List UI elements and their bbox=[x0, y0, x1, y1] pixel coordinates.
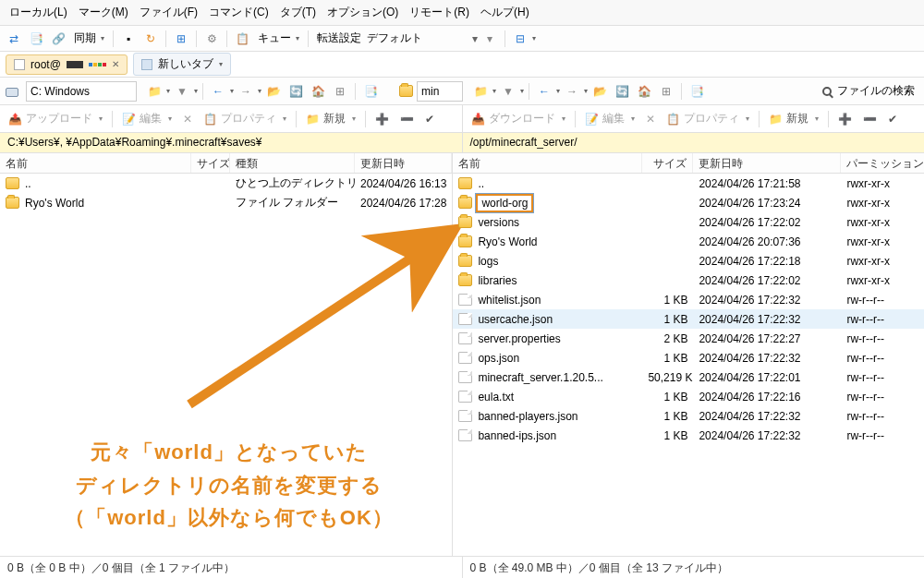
drive-icon bbox=[6, 88, 18, 97]
transfer-settings-icon[interactable]: ▾ bbox=[480, 29, 500, 49]
local-fwd-icon[interactable]: → bbox=[236, 81, 256, 102]
local-sync-icon[interactable]: 📑 bbox=[360, 81, 381, 102]
sync-button[interactable]: 同期 bbox=[70, 29, 108, 48]
remote-dir-combo[interactable]: min bbox=[397, 81, 465, 102]
props-remote-button[interactable]: 📋 プロパティ bbox=[662, 109, 754, 128]
edit-remote-button[interactable]: 📝 編集 bbox=[580, 109, 639, 128]
local-refresh-icon[interactable]: 🔄 bbox=[286, 81, 306, 102]
plus-remote-icon[interactable]: ➕ bbox=[833, 111, 857, 127]
search-box[interactable]: ファイルの検索 bbox=[817, 83, 920, 99]
remote-tree-icon[interactable]: ⊞ bbox=[656, 81, 676, 102]
local-pane: 名前 サイズ 種類 更新日時 ..ひとつ上のディレクトリ2024/04/26 1… bbox=[0, 153, 453, 556]
local-filter-icon[interactable]: ▼ bbox=[172, 81, 192, 102]
minus-remote-icon[interactable]: ➖ bbox=[858, 111, 881, 127]
menu-option[interactable]: オプション(O) bbox=[322, 3, 404, 22]
list-item[interactable]: banned-players.json1 KB2024/04/26 17:22:… bbox=[453, 406, 924, 426]
list-item[interactable]: eula.txt1 KB2024/04/26 17:22:16rw-r--r-- bbox=[453, 387, 924, 406]
list-item[interactable]: ops.json1 KB2024/04/26 17:22:32rw-r--r-- bbox=[453, 348, 924, 367]
col-name[interactable]: 名前 bbox=[0, 153, 191, 173]
menu-local[interactable]: ローカル(L) bbox=[4, 3, 73, 22]
local-drive-combo[interactable]: C: Windows bbox=[4, 81, 139, 102]
remote-header[interactable]: 名前 サイズ 更新日時 パーミッション bbox=[453, 153, 924, 174]
new-remote-button[interactable]: 📁 新規 bbox=[764, 109, 823, 128]
panes: 名前 サイズ 種類 更新日時 ..ひとつ上のディレクトリ2024/04/26 1… bbox=[0, 153, 924, 556]
session-tab[interactable]: root@ ✕ bbox=[6, 54, 128, 75]
list-item[interactable]: minecraft_server.1.20.5...50,219 KB2024/… bbox=[453, 367, 924, 387]
local-path[interactable]: C:¥Users¥, ¥AppData¥Roaming¥.minecraft¥s… bbox=[0, 133, 463, 153]
local-open-icon[interactable]: 📁 bbox=[144, 81, 164, 102]
col-perm[interactable]: パーミッション bbox=[841, 153, 924, 173]
close-tab-icon[interactable]: ✕ bbox=[112, 59, 119, 69]
check-remote-icon[interactable]: ✔ bbox=[883, 111, 902, 127]
props-local-button[interactable]: 📋 プロパティ bbox=[199, 109, 291, 128]
edit-local-button[interactable]: 📝 編集 bbox=[117, 109, 176, 128]
remote-pane: 名前 サイズ 更新日時 パーミッション ..2024/04/26 17:21:5… bbox=[453, 153, 924, 556]
check-local-icon[interactable]: ✔ bbox=[420, 111, 439, 127]
col-date[interactable]: 更新日時 bbox=[693, 153, 841, 173]
local-back-icon[interactable]: ← bbox=[208, 81, 228, 102]
remote-path[interactable]: /opt/minecraft_server/ bbox=[463, 133, 925, 153]
list-item[interactable]: usercache.json1 KB2024/04/26 17:22:32rw-… bbox=[453, 309, 924, 329]
local-header[interactable]: 名前 サイズ 種類 更新日時 bbox=[0, 153, 452, 174]
plus-local-icon[interactable]: ➕ bbox=[371, 111, 394, 127]
rename-input[interactable]: world-org bbox=[476, 194, 533, 212]
sync-browse-icon[interactable]: 🔗 bbox=[48, 29, 68, 49]
refresh-icon[interactable]: ↻ bbox=[140, 29, 161, 49]
queue-icon[interactable]: 📋 bbox=[232, 29, 252, 49]
list-item[interactable]: server.properties2 KB2024/04/26 17:22:27… bbox=[453, 329, 924, 348]
remote-home-icon[interactable]: 🏠 bbox=[634, 81, 654, 102]
list-item[interactable]: logs2024/04/26 17:22:18rwxr-xr-x bbox=[453, 251, 924, 271]
upload-button[interactable]: 📤 アップロード bbox=[4, 109, 107, 128]
col-name[interactable]: 名前 bbox=[453, 153, 642, 173]
local-tree-icon[interactable]: ⊞ bbox=[330, 81, 350, 102]
menu-mark[interactable]: マーク(M) bbox=[73, 3, 134, 22]
remote-back-icon[interactable]: ← bbox=[534, 81, 554, 102]
remote-list[interactable]: ..2024/04/26 17:21:58rwxr-xr-xworld-org2… bbox=[453, 174, 924, 556]
remote-refresh-icon[interactable]: 🔄 bbox=[612, 81, 632, 102]
menu-tab[interactable]: タブ(T) bbox=[274, 3, 322, 22]
list-item[interactable]: Ryo's World2024/04/26 20:07:36rwxr-xr-x bbox=[453, 232, 924, 251]
remote-filter-icon[interactable]: ▼ bbox=[498, 81, 518, 102]
remote-fwd-icon[interactable]: → bbox=[562, 81, 582, 102]
remote-open-icon[interactable]: 📁 bbox=[470, 81, 491, 102]
list-item[interactable]: ..2024/04/26 17:21:58rwxr-xr-x bbox=[453, 174, 924, 193]
item-name: usercache.json bbox=[478, 313, 553, 326]
list-item[interactable]: whitelist.json1 KB2024/04/26 17:22:32rw-… bbox=[453, 290, 924, 309]
list-item[interactable]: Ryo's Worldファイル フォルダー2024/04/26 17:28 bbox=[0, 193, 452, 212]
local-up-icon[interactable]: 📂 bbox=[263, 81, 284, 102]
new-local-button[interactable]: 📁 新規 bbox=[301, 109, 360, 128]
minus-local-icon[interactable]: ➖ bbox=[395, 111, 419, 127]
terminal-icon[interactable]: ▪ bbox=[118, 29, 139, 49]
remote-sync-icon[interactable]: 📑 bbox=[687, 81, 707, 102]
folder-icon bbox=[458, 197, 472, 209]
misc-icon[interactable]: ⊟ bbox=[510, 29, 530, 49]
download-button[interactable]: 📥 ダウンロード bbox=[467, 109, 570, 128]
menu-file[interactable]: ファイル(F) bbox=[134, 3, 203, 22]
transfer-icon[interactable]: ⇄ bbox=[4, 29, 24, 49]
gear-icon[interactable]: ⚙ bbox=[201, 29, 222, 49]
list-item[interactable]: banned-ips.json1 KB2024/04/26 17:22:32rw… bbox=[453, 426, 924, 445]
col-date[interactable]: 更新日時 bbox=[355, 153, 452, 173]
menu-help[interactable]: ヘルプ(H) bbox=[475, 3, 535, 22]
list-item[interactable]: ..ひとつ上のディレクトリ2024/04/26 16:13 bbox=[0, 174, 452, 193]
toggle-icon[interactable]: ⊞ bbox=[171, 29, 191, 49]
col-size[interactable]: サイズ bbox=[191, 153, 230, 173]
file-icon bbox=[458, 391, 472, 403]
new-tab[interactable]: 新しいタブ ▾ bbox=[133, 53, 231, 76]
col-size[interactable]: サイズ bbox=[642, 153, 693, 173]
list-item[interactable]: versions2024/04/26 17:22:02rwxr-xr-x bbox=[453, 212, 924, 232]
queue-button[interactable]: キュー bbox=[254, 29, 303, 48]
delete-local-icon[interactable]: ✕ bbox=[178, 111, 197, 127]
list-item[interactable]: libraries2024/04/26 17:22:02rwxr-xr-x bbox=[453, 271, 924, 290]
local-status: 0 B（全 0 B 中）／0 個目（全 1 ファイル中） bbox=[0, 557, 463, 578]
col-kind[interactable]: 種類 bbox=[230, 153, 355, 173]
compare-icon[interactable]: 📑 bbox=[26, 29, 46, 49]
newtab-icon bbox=[141, 59, 152, 70]
delete-remote-icon[interactable]: ✕ bbox=[641, 111, 660, 127]
menu-command[interactable]: コマンド(C) bbox=[203, 3, 274, 22]
local-home-icon[interactable]: 🏠 bbox=[308, 81, 328, 102]
menu-remote[interactable]: リモート(R) bbox=[404, 3, 475, 22]
remote-up-icon[interactable]: 📂 bbox=[590, 81, 610, 102]
list-item[interactable]: world-org2024/04/26 17:23:24rwxr-xr-x bbox=[453, 193, 924, 212]
transfer-preset-combo[interactable]: デフォルト▾ bbox=[367, 30, 478, 46]
